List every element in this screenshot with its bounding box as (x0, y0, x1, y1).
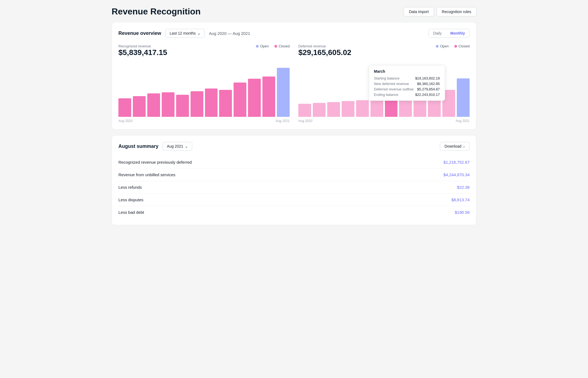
bar-group (342, 101, 354, 117)
overview-header: Revenue overview Last 12 months ⌄ Aug 20… (118, 29, 470, 38)
summary-row-value: $1,216,752.67 (443, 160, 470, 164)
deferred-open-dot (436, 45, 439, 48)
recognized-bar-chart (118, 62, 290, 117)
summary-row: Less refunds$22.38 (118, 181, 470, 194)
deferred-legend-open: Open (436, 44, 449, 48)
recognized-meta: Recognized revenue $5,839,417.15 Open Cl… (118, 44, 290, 60)
summary-row-label: Less bad debt (118, 210, 144, 215)
chevron-down-icon: ⌄ (185, 144, 188, 148)
bar-item[interactable] (133, 96, 146, 117)
summary-row-label: Less refunds (118, 185, 142, 190)
summary-left: August summary Aug 2021 ⌄ (118, 142, 192, 151)
closed-bar[interactable] (342, 101, 354, 117)
date-filter-dropdown[interactable]: Last 12 months ⌄ (166, 29, 205, 38)
summary-row: Less disputes$8,813.74 (118, 194, 470, 206)
monthly-toggle-button[interactable]: Monthly (446, 29, 469, 37)
bar-item[interactable] (205, 89, 218, 117)
tooltip-row: Starting balance$19,163,602.19 (374, 76, 440, 80)
bar-group (327, 102, 340, 117)
deferred-x-labels: Aug 2020 Aug 2021 (298, 119, 470, 123)
summary-row-label: Recognized revenue previously deferred (118, 160, 192, 164)
recognized-x-labels: Aug 2020 Aug 2021 (118, 119, 290, 123)
bar-group (298, 104, 311, 117)
bar-item[interactable] (262, 77, 275, 117)
bar-item[interactable] (176, 95, 189, 117)
tooltip-row-label: Deferred revenue outflow (374, 87, 414, 91)
overview-left: Revenue overview Last 12 months ⌄ Aug 20… (118, 29, 250, 38)
recognized-value: $5,839,417.15 (118, 48, 167, 57)
legend-closed: Closed (274, 44, 290, 48)
open-dot (256, 45, 259, 48)
tooltip-title: March (374, 69, 440, 74)
bar-item[interactable] (191, 91, 203, 117)
legend-open: Open (256, 44, 269, 48)
bar-item[interactable] (118, 98, 131, 117)
deferred-legend: Open Closed (436, 44, 470, 48)
summary-row-value: $190.56 (455, 210, 470, 215)
bar-group (457, 78, 470, 117)
tooltip-row: Deferred revenue outflow$5,279,854.87 (374, 87, 440, 91)
deferred-label: Deferred revenue (298, 44, 351, 48)
tooltip-row: New deferred revenue$8,360,162.85 (374, 82, 440, 86)
summary-row: Revenue from unbilled services$4,244,870… (118, 169, 470, 181)
closed-bar[interactable] (356, 100, 369, 117)
summary-row-value: $8,813.74 (451, 197, 470, 202)
summary-row: Recognized revenue previously deferred$1… (118, 156, 470, 169)
closed-bar[interactable] (327, 102, 340, 117)
august-summary-card: August summary Aug 2021 ⌄ Download ↓ Rec… (112, 135, 476, 225)
tooltip-row-label: New deferred revenue (374, 82, 409, 86)
recognized-legend: Open Closed (256, 44, 290, 48)
page-header: Revenue Recognition Data import Recognit… (112, 7, 476, 17)
recognition-rules-button[interactable]: Recognition rules (437, 7, 476, 16)
deferred-value: $29,165,605.02 (298, 48, 351, 57)
summary-row: Less bad debt$190.56 (118, 206, 470, 218)
bar-item[interactable] (248, 79, 261, 117)
bar-item[interactable] (147, 93, 160, 117)
header-actions: Data import Recognition rules (404, 7, 476, 16)
closed-bar[interactable] (457, 78, 470, 117)
view-toggle-group: Daily Monthly (428, 29, 470, 38)
recognized-revenue-section: Recognized revenue $5,839,417.15 Open Cl… (118, 44, 290, 123)
summary-row-value: $22.38 (457, 185, 470, 190)
deferred-legend-closed: Closed (454, 44, 470, 48)
deferred-closed-dot (454, 45, 457, 48)
closed-bar[interactable] (313, 103, 326, 117)
bar-item[interactable] (234, 83, 246, 117)
tooltip-row-value: $19,163,602.19 (415, 76, 440, 80)
chevron-down-icon: ⌄ (197, 31, 201, 35)
bar-group (370, 99, 383, 117)
tooltip-row-value: $22,243,910.17 (415, 93, 440, 97)
bar-item[interactable] (277, 68, 290, 117)
charts-row: Recognized revenue $5,839,417.15 Open Cl… (118, 44, 470, 123)
month-filter-dropdown[interactable]: Aug 2021 ⌄ (163, 142, 192, 151)
bar-item[interactable] (219, 90, 232, 117)
deferred-chart-wrap: March Starting balance$19,163,602.19New … (298, 62, 470, 123)
tooltip-row-value: $5,279,854.87 (417, 87, 440, 91)
closed-bar[interactable] (298, 104, 311, 117)
overview-title: Revenue overview (118, 31, 161, 36)
closed-bar[interactable] (370, 99, 383, 117)
page-title: Revenue Recognition (112, 7, 201, 17)
revenue-overview-card: Revenue overview Last 12 months ⌄ Aug 20… (112, 22, 476, 130)
daily-toggle-button[interactable]: Daily (429, 29, 446, 37)
summary-row-label: Revenue from unbilled services (118, 172, 175, 177)
recognized-label: Recognized revenue (118, 44, 167, 48)
bar-group (313, 103, 326, 117)
tooltip-row-value: $8,360,162.85 (417, 82, 440, 86)
summary-table: Recognized revenue previously deferred$1… (118, 156, 470, 218)
data-import-button[interactable]: Data import (404, 7, 434, 16)
tooltip-row-label: Starting balance (374, 76, 400, 80)
summary-title: August summary (118, 144, 158, 149)
deferred-revenue-section: Deferred revenue $29,165,605.02 Open Clo… (298, 44, 470, 123)
summary-row-label: Less disputes (118, 197, 143, 202)
tooltip-row: Ending balance$22,243,910.17 (374, 93, 440, 97)
summary-row-value: $4,244,870.34 (443, 172, 470, 177)
download-button[interactable]: Download ↓ (440, 142, 470, 151)
download-icon: ↓ (463, 144, 465, 148)
tooltip-rows: Starting balance$19,163,602.19New deferr… (374, 76, 440, 97)
bar-group (356, 100, 369, 117)
tooltip-row-label: Ending balance (374, 93, 399, 97)
bar-item[interactable] (162, 92, 174, 117)
summary-header: August summary Aug 2021 ⌄ Download ↓ (118, 142, 470, 151)
bar-chart-tooltip: March Starting balance$19,163,602.19New … (369, 65, 445, 101)
